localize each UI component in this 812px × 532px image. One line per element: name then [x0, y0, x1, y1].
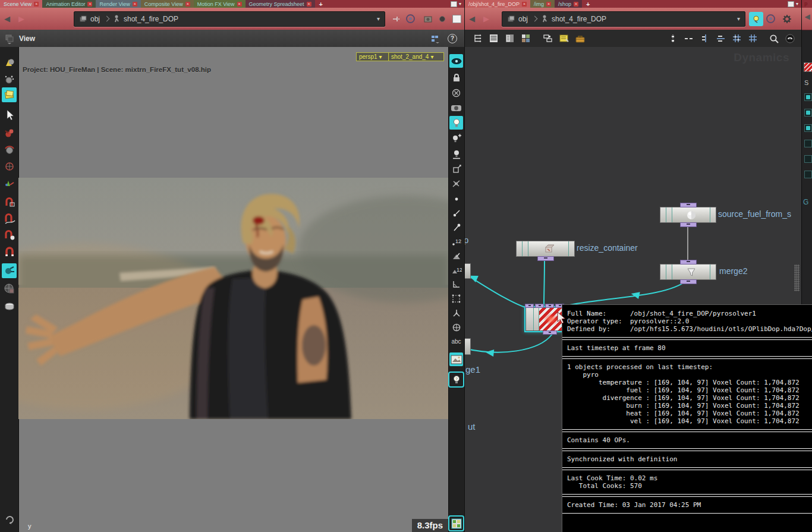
snap-magnet-icon[interactable] [2, 244, 17, 259]
node-flag[interactable] [523, 241, 528, 256]
snap-box-magnet-icon[interactable] [2, 194, 17, 209]
close-icon[interactable]: × [185, 2, 190, 7]
clipped-node[interactable] [465, 263, 471, 279]
lights-icon[interactable] [449, 116, 463, 130]
pose-tool-icon[interactable] [2, 263, 17, 278]
detail-view-icon[interactable] [502, 32, 518, 45]
grid-icon[interactable] [745, 32, 761, 45]
input-connector[interactable] [525, 304, 534, 308]
sticky-note-icon[interactable] [556, 32, 572, 45]
node-flag[interactable] [534, 308, 539, 330]
shear-tool-icon[interactable] [449, 177, 463, 190]
white-frame-icon[interactable] [449, 12, 464, 26]
camera-lens-icon[interactable] [449, 100, 463, 114]
snap-point-magnet-icon[interactable] [2, 228, 17, 243]
output-connector[interactable] [543, 330, 557, 335]
tab-img[interactable]: /img× [530, 0, 555, 8]
prim-normals-icon[interactable] [449, 249, 463, 263]
layers-tool-icon[interactable] [2, 87, 17, 102]
connector-style-icon[interactable] [665, 32, 681, 45]
node-merge2[interactable] [660, 264, 716, 280]
param-toggle[interactable] [804, 140, 812, 147]
shot-menu-button[interactable]: shot_2_and_4▾ [388, 52, 444, 61]
tab-animation-editor[interactable]: Animation Editor× [42, 0, 96, 8]
align-horizontal-icon[interactable] [713, 32, 729, 45]
hud-circle-icon[interactable] [435, 12, 449, 26]
input-connector[interactable] [680, 260, 697, 265]
visualizer-icon[interactable] [449, 320, 463, 334]
pane-window-controls[interactable]: ▾ [788, 0, 801, 8]
input-connector[interactable] [680, 203, 697, 207]
close-icon[interactable]: × [546, 2, 551, 7]
add-light-icon[interactable] [449, 131, 463, 145]
link-pin-icon[interactable] [389, 12, 403, 26]
point-numbers-icon[interactable]: 12 [449, 235, 463, 248]
output-connector[interactable] [537, 256, 554, 261]
close-icon[interactable]: × [574, 2, 578, 7]
tab-motion-fx-view[interactable]: Motion FX View× [194, 0, 246, 8]
param-toggle[interactable] [804, 155, 812, 163]
link-follow-icon[interactable] [749, 12, 763, 26]
forward-button[interactable]: ▶ [14, 14, 29, 23]
camera-menu-button[interactable]: persp1▾ [356, 52, 389, 61]
back-button[interactable]: ◀ [804, 12, 810, 21]
point-trails-icon[interactable] [449, 221, 463, 234]
param-toggle[interactable] [804, 93, 812, 101]
radial-menu-icon[interactable] [403, 12, 417, 26]
node-flag[interactable] [666, 207, 672, 222]
tree-view-icon[interactable] [470, 32, 486, 45]
pane-menu-icon[interactable]: ▾ [459, 1, 461, 7]
node-flag[interactable] [526, 308, 534, 330]
text-overlay-icon[interactable]: abc [449, 335, 463, 348]
list-view-icon[interactable] [486, 32, 502, 45]
gear-icon[interactable] [780, 12, 794, 26]
clipped-tab[interactable]: p [802, 0, 812, 8]
help-icon[interactable]: ? [448, 34, 457, 43]
background-image-icon[interactable] [449, 352, 463, 366]
close-icon[interactable]: × [87, 2, 92, 7]
param-toggle[interactable] [804, 124, 812, 132]
objects-tool-icon[interactable] [2, 55, 17, 70]
tab-shop[interactable]: /shop× [555, 0, 582, 8]
display-options-grid-icon[interactable] [449, 517, 463, 530]
stash-slider-icon[interactable] [430, 34, 439, 43]
close-icon[interactable]: × [34, 2, 39, 7]
tab-composite-view[interactable]: Composite View× [141, 0, 194, 8]
network-scrollbar[interactable] [794, 265, 800, 291]
pin-disable-icon[interactable] [449, 86, 463, 100]
magnifier-icon[interactable] [766, 32, 782, 45]
clipped-node[interactable] [465, 338, 471, 355]
radial-menu-icon[interactable] [763, 12, 778, 26]
maximize-icon[interactable] [451, 1, 457, 7]
toolbox-icon[interactable] [572, 32, 588, 45]
particles-tool-icon[interactable] [2, 72, 17, 87]
snap-curve-magnet-icon[interactable] [2, 211, 17, 226]
new-tab-button[interactable]: + [582, 0, 594, 8]
align-vertical-icon[interactable] [697, 32, 713, 45]
param-toggle[interactable] [804, 109, 812, 117]
node-flag[interactable] [666, 265, 672, 279]
error-badge-icon[interactable] [804, 62, 812, 72]
tab-obj-shot4-dop[interactable]: /obj/shot_4_fire_DOP× [465, 0, 530, 8]
lock-icon[interactable] [449, 71, 463, 84]
node-source-fuel[interactable] [660, 207, 716, 223]
disc-stack-icon[interactable] [2, 299, 17, 314]
close-icon[interactable]: × [307, 2, 311, 7]
recook-swirl-icon[interactable] [2, 512, 17, 527]
marquee-select-icon[interactable] [449, 292, 463, 306]
transform-handles-icon[interactable] [449, 162, 463, 176]
close-icon[interactable]: × [133, 2, 137, 7]
points-display-icon[interactable] [449, 192, 463, 206]
viewport-canvas[interactable]: Project: HOU_FireMan | Scene: mixtrn_Fir… [18, 47, 449, 532]
node-flag[interactable] [710, 207, 716, 222]
back-button[interactable]: ◀ [0, 14, 14, 23]
scale-tool-icon[interactable] [2, 159, 17, 174]
pane-menu-icon[interactable]: ▾ [796, 1, 798, 7]
path-field[interactable]: obj shot_4_fire_DOP ▾ [74, 11, 385, 27]
tab-render-view[interactable]: Render View× [96, 0, 140, 8]
hints-bulb-icon[interactable]: ? [449, 373, 463, 386]
tab-scene-view[interactable]: Scene View× [0, 0, 42, 8]
pane-tab-icon[interactable] [5, 33, 14, 44]
tab-geometry-spreadsheet[interactable]: Geometry Spreadsheet× [246, 0, 315, 8]
select-arrow-icon[interactable] [2, 108, 17, 122]
